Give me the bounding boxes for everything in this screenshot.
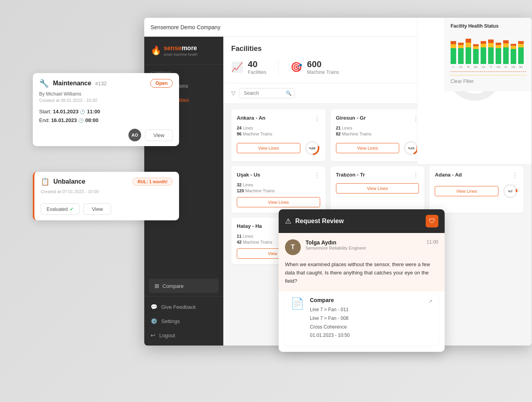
- bar-kr: Kr: [503, 40, 509, 68]
- facility-menu-usak[interactable]: ⋮: [314, 172, 320, 179]
- start-date: 14.01.2023: [53, 109, 79, 115]
- reviewer-message: When we examined places without the sens…: [285, 261, 438, 285]
- shield-symbol: 🛡: [429, 218, 435, 225]
- maintenance-title: Maintenance: [53, 80, 91, 87]
- reviewer-role: Sensemore Reliability Engineer: [306, 246, 422, 250]
- compare-card-content: Compare ↗ Line 7 > Fan - 011 Line 7 > Fa…: [310, 297, 433, 340]
- trains-label-stat: Machine Trains: [307, 70, 339, 75]
- bar-ne: Ne: [518, 41, 524, 68]
- view-lines-ankara[interactable]: View Lines: [237, 143, 300, 153]
- giresun-trains-label: Machine Trains: [342, 131, 372, 136]
- giresun-lines-count: 21: [336, 126, 341, 130]
- bar-label-kr: Kr: [505, 66, 507, 68]
- ankara-lines-label: Lines: [243, 126, 253, 130]
- facilities-search-wrap[interactable]: 🔍: [240, 88, 295, 98]
- facility-menu-trabzon[interactable]: ⋮: [413, 172, 419, 179]
- evaluated-label: Evaluated: [47, 207, 68, 212]
- bar-label-bu: Bu: [474, 66, 478, 68]
- view-lines-giresun[interactable]: View Lines: [336, 143, 400, 153]
- bar-us: Us: [481, 41, 486, 68]
- maintenance-card-header: 🔧 Maintenance #132 Open: [33, 73, 179, 91]
- facilities-search-input[interactable]: [244, 90, 283, 96]
- facilities-label-stat: Facilities: [248, 70, 266, 75]
- bar-gr: Gr: [458, 42, 464, 68]
- maintenance-title-wrap: 🔧 Maintenance #132: [39, 79, 107, 88]
- filter-icon: ▽: [231, 90, 236, 96]
- bar-label-ha: Ha: [512, 66, 515, 68]
- compare-detail-3: Cross Coherence: [310, 323, 433, 332]
- health-status-title: Facility Health Status: [451, 23, 526, 29]
- bar-label-ne: Ne: [519, 66, 523, 68]
- health-status-panel: Facility Health Status n: [445, 18, 532, 91]
- maintenance-by: By Michael Williams: [39, 91, 173, 97]
- bar-chart: n Gr Te: [451, 33, 526, 68]
- compare-card-header: Compare ↗: [310, 297, 433, 306]
- logout-icon: ↩: [151, 332, 155, 338]
- bar-tr: Tr: [488, 39, 494, 68]
- compare-detail-4: 01.01.2023 - 10:50: [310, 331, 433, 340]
- view-lines-adana[interactable]: View Lines: [435, 186, 498, 196]
- view-lines-trabzon[interactable]: View Lines: [336, 183, 419, 193]
- usak-lines-count: 32: [237, 182, 241, 187]
- give-feedback-label: Give Feedback: [161, 304, 196, 310]
- facility-menu-ankara[interactable]: ⋮: [314, 115, 320, 122]
- sidebar-item-settings[interactable]: ⚙️ Settings: [144, 314, 223, 328]
- unbalance-card: 📋 Unbalance RUL: 1 month! Created at 07.…: [33, 172, 179, 220]
- bar-label-gr: Gr: [459, 66, 462, 68]
- request-review-header: ⚠ Request Review 🛡: [279, 209, 445, 233]
- maintenance-view-button[interactable]: View: [145, 130, 173, 141]
- end-date: 16.01.2023: [51, 117, 77, 123]
- sidebar-item-logout[interactable]: ↩ Logout: [144, 328, 223, 342]
- facility-card-giresun: Giresun - Gr ⋮ 21 Lines 82 Machine Train…: [330, 109, 425, 162]
- health-warning-line: [451, 75, 526, 75]
- maintenance-card: 🔧 Maintenance #132 Open By Michael Willi…: [33, 73, 179, 146]
- start-time: 11:00: [87, 109, 100, 115]
- adana-health-label: %7: [508, 190, 513, 193]
- compare-detail-2: Line 7 > Fan - 008: [310, 314, 433, 323]
- warning-triangle-icon: ⚠: [285, 217, 291, 225]
- trains-count: 600: [307, 59, 339, 70]
- hatay-lines-label: Lines: [243, 234, 253, 239]
- logo-subtitle: smart machine health: [164, 53, 198, 56]
- hatay-lines-count: 11: [237, 234, 241, 239]
- settings-label: Settings: [161, 318, 180, 324]
- maintenance-status-badge: Open: [150, 79, 173, 88]
- sidebar-bottom: 💬 Give Feedback ⚙️ Settings ↩ Logout: [144, 296, 223, 346]
- health-threshold-line: [451, 71, 526, 72]
- reviewer-name: Tolga Aydın: [306, 239, 422, 246]
- company-name: Sensemore Demo Company: [151, 24, 434, 30]
- bar-label-us: Us: [482, 66, 485, 68]
- request-review-body: T Tolga Aydın Sensemore Reliability Engi…: [279, 233, 445, 291]
- unbalance-footer: Evaluated ✓ View: [34, 203, 179, 220]
- logo-sense: sense: [164, 45, 181, 52]
- clear-filter-button[interactable]: Clear Filter: [451, 77, 474, 86]
- giresun-health-label: %23: [408, 147, 414, 150]
- end-time: 08:00: [85, 117, 98, 123]
- health-circle-adana: %7: [502, 183, 518, 199]
- logo-flame-icon: 🔥: [151, 45, 161, 56]
- view-lines-usak[interactable]: View Lines: [237, 197, 320, 207]
- unbalance-card-header: 📋 Unbalance RUL: 1 month!: [34, 172, 179, 189]
- external-link-icon[interactable]: ↗: [428, 298, 433, 304]
- facilities-stat-icon: 📈: [231, 62, 243, 73]
- bar-label-ad: Ad: [497, 66, 500, 68]
- unbalance-body: Created at 07.01.2023 - 10:00: [34, 189, 179, 203]
- unbalance-view-button[interactable]: View: [83, 203, 111, 215]
- compare-card-title: Compare: [310, 297, 334, 303]
- evaluated-button[interactable]: Evaluated ✓: [41, 203, 79, 215]
- request-review-modal: ⚠ Request Review 🛡 T Tolga Aydın Sensemo…: [279, 209, 445, 352]
- bar-label-tr: Tr: [490, 66, 492, 68]
- maintenance-id: #132: [95, 81, 107, 86]
- facility-name-trabzon: Trabzon - Tr: [336, 172, 365, 178]
- usak-trains-label: Machine Trains: [245, 188, 275, 193]
- maintenance-card-body: By Michael Williams Created at 08.01.202…: [33, 91, 179, 129]
- settings-icon: ⚙️: [151, 318, 157, 324]
- logo-more: more: [181, 45, 197, 52]
- sidebar-item-give-feedback[interactable]: 💬 Give Feedback: [144, 300, 223, 314]
- facility-menu-adana[interactable]: ⋮: [512, 172, 518, 179]
- trains-stat-icon: 🎯: [291, 62, 302, 73]
- reviewer-info: T Tolga Aydın Sensemore Reliability Engi…: [285, 239, 438, 255]
- compare-button-sidebar[interactable]: ⊞ Compare: [149, 279, 219, 293]
- stat-trains: 🎯 600 Machine Trains: [291, 59, 339, 75]
- ankara-trains-label: Machine Trains: [243, 131, 272, 136]
